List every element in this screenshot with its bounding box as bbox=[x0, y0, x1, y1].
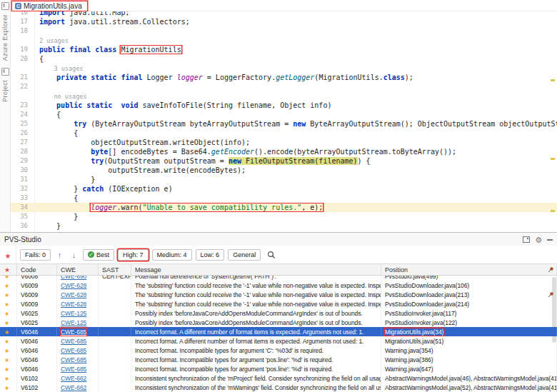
general-filter-button[interactable]: General bbox=[228, 249, 261, 261]
azure-tool-icon[interactable] bbox=[1, 2, 9, 10]
line-number[interactable]: 20 bbox=[11, 54, 35, 64]
best-filter-button[interactable]: Best bbox=[83, 249, 114, 261]
row-cwe-link[interactable]: CWE-125 bbox=[61, 310, 86, 317]
favorite-star-icon[interactable] bbox=[4, 310, 9, 317]
code-line[interactable]: 30 outputStream.write(encodeBytes); bbox=[11, 166, 557, 175]
favorite-star-icon[interactable] bbox=[4, 384, 9, 391]
row-cwe-link[interactable]: CWE-685 bbox=[61, 356, 86, 363]
line-number[interactable]: 33 bbox=[11, 194, 35, 203]
stripe-item-azure-explorer[interactable]: Azure Explorer bbox=[1, 14, 9, 64]
table-row[interactable]: V6102 CWE-662 Inconsistent synchronizati… bbox=[0, 383, 557, 392]
line-number[interactable]: 25 bbox=[11, 119, 35, 129]
table-row[interactable]: V6046 CWE-685 Incorrect format. A differ… bbox=[0, 327, 557, 336]
column-header-position[interactable]: Position bbox=[381, 264, 557, 275]
table-row[interactable]: V6009 CWE-628 The 'substring' function c… bbox=[0, 299, 557, 308]
code-line[interactable]: 27 objectOutputStream.writeObject(info); bbox=[11, 138, 557, 147]
table-row[interactable]: V6009 CWE-628 The 'substring' function c… bbox=[0, 281, 557, 290]
line-number[interactable]: 24 bbox=[11, 110, 35, 119]
favorite-star-icon[interactable] bbox=[4, 366, 9, 373]
code-line[interactable]: 35 } bbox=[11, 212, 557, 221]
code-line[interactable]: 31 } bbox=[11, 175, 557, 184]
code-line[interactable]: 20 { bbox=[11, 54, 557, 64]
fails-filter-button[interactable]: Fails: 0 bbox=[20, 249, 51, 261]
search-icon[interactable] bbox=[267, 251, 276, 259]
column-header-message[interactable]: Message bbox=[131, 264, 381, 275]
stripe-item-project[interactable]: Project bbox=[1, 80, 9, 105]
line-number[interactable]: 29 bbox=[11, 156, 35, 166]
row-cwe-link[interactable]: CWE-628 bbox=[61, 282, 86, 289]
row-cwe-link[interactable]: CWE-685 bbox=[61, 338, 86, 345]
code-line[interactable]: 33 { bbox=[11, 194, 557, 203]
favorite-star-icon[interactable] bbox=[4, 319, 9, 326]
line-number[interactable] bbox=[11, 91, 35, 101]
line-number[interactable]: 19 bbox=[11, 45, 35, 54]
star-column-header-icon[interactable] bbox=[4, 266, 10, 273]
high-filter-button[interactable]: High: 7 bbox=[118, 249, 149, 261]
error-stripe-mark[interactable] bbox=[551, 158, 555, 160]
code-editor[interactable]: 16 import java.util.Map; 17 import java.… bbox=[11, 11, 557, 232]
favorite-star-icon[interactable] bbox=[4, 328, 9, 336]
favorite-star-icon[interactable] bbox=[4, 301, 9, 308]
table-row[interactable]: V6025 CWE-125 Possibly index 'beforeJava… bbox=[0, 308, 557, 318]
error-stripe-mark[interactable] bbox=[551, 210, 555, 212]
row-pin-icon[interactable] bbox=[548, 291, 554, 299]
code-line[interactable]: 22 bbox=[11, 82, 557, 91]
line-number[interactable]: 16 bbox=[11, 11, 35, 17]
table-row[interactable]: V6046 CWE-685 Incorrect format. Incompat… bbox=[0, 355, 557, 364]
project-tool-icon[interactable] bbox=[1, 68, 9, 76]
code-line[interactable]: 36 } bbox=[11, 221, 557, 231]
line-number[interactable]: 26 bbox=[11, 129, 35, 138]
code-line[interactable]: 21 private static final Logger logger = … bbox=[11, 73, 557, 82]
code-line[interactable]: 29 try(OutputStream outputStream = new F… bbox=[11, 156, 557, 166]
row-cwe-link[interactable]: CWE-685 bbox=[61, 328, 86, 336]
row-cwe-link[interactable]: CWE-628 bbox=[61, 291, 86, 298]
line-number[interactable]: 34 bbox=[11, 203, 35, 212]
table-row[interactable]: V6102 CWE-662 Inconsistent synchronizati… bbox=[0, 373, 557, 383]
code-line[interactable]: no usages bbox=[11, 91, 557, 101]
line-number[interactable]: 17 bbox=[11, 17, 35, 26]
line-number[interactable] bbox=[11, 36, 35, 45]
table-row[interactable]: V6046 CWE-685 Incorrect format. Incompat… bbox=[0, 364, 557, 373]
line-number[interactable]: 35 bbox=[11, 212, 35, 221]
column-header-cwe[interactable]: CWE bbox=[57, 264, 99, 275]
code-line[interactable]: 2 usages bbox=[11, 36, 557, 45]
line-number[interactable]: 36 bbox=[11, 221, 35, 231]
line-number[interactable]: 31 bbox=[11, 175, 35, 184]
code-line[interactable]: 24 { bbox=[11, 110, 557, 119]
settings-gear-icon[interactable] bbox=[535, 233, 542, 246]
code-line[interactable]: 28 byte[] encodeBytes = Base64.getEncode… bbox=[11, 147, 557, 156]
table-row[interactable]: V6025 CWE-125 Possibly index 'beforeJava… bbox=[0, 318, 557, 327]
favorite-star-icon[interactable] bbox=[4, 356, 9, 363]
float-window-icon[interactable] bbox=[523, 236, 530, 243]
line-number[interactable]: 18 bbox=[11, 26, 35, 36]
line-number[interactable] bbox=[11, 64, 35, 73]
medium-filter-button[interactable]: Medium: 4 bbox=[152, 249, 192, 261]
favorite-star-icon[interactable] bbox=[4, 282, 9, 289]
row-cwe-link[interactable]: CWE-125 bbox=[61, 319, 86, 326]
code-line[interactable]: 3 usages bbox=[11, 64, 557, 73]
row-cwe-link[interactable]: CWE-662 bbox=[61, 375, 86, 382]
column-header-sast[interactable]: SAST bbox=[99, 264, 131, 275]
code-line[interactable]: 19 public final class MigrationUtils bbox=[11, 45, 557, 54]
tab-migrationutils-java[interactable]: C MigrationUtils.java bbox=[12, 1, 87, 11]
code-line[interactable]: 16 import java.util.Map; bbox=[11, 11, 557, 17]
line-number[interactable]: 22 bbox=[11, 82, 35, 91]
line-number[interactable]: 27 bbox=[11, 138, 35, 147]
row-cwe-link[interactable]: CWE-662 bbox=[61, 384, 86, 391]
code-line[interactable]: 32 } catch (IOException e) bbox=[11, 184, 557, 194]
table-row[interactable]: V6009 CWE-628 The 'substring' function c… bbox=[0, 290, 557, 299]
previous-warning-button[interactable] bbox=[54, 249, 65, 260]
line-number[interactable]: 21 bbox=[11, 73, 35, 82]
line-number[interactable]: 30 bbox=[11, 166, 35, 175]
row-cwe-link[interactable]: CWE-685 bbox=[61, 366, 86, 373]
pin-column-icon[interactable] bbox=[548, 266, 554, 274]
favorite-star-icon[interactable] bbox=[4, 338, 9, 345]
code-line[interactable]: 23 public static void saveInfoToFile(Str… bbox=[11, 101, 557, 110]
next-warning-button[interactable] bbox=[69, 249, 79, 260]
low-filter-button[interactable]: Low: 6 bbox=[196, 249, 225, 261]
hide-panel-icon[interactable] bbox=[547, 239, 553, 241]
row-cwe-link[interactable]: CWE-685 bbox=[61, 347, 86, 354]
code-line[interactable]: 26 { bbox=[11, 129, 557, 138]
code-line[interactable]: 18 bbox=[11, 26, 557, 36]
favorite-star-icon[interactable] bbox=[4, 347, 9, 354]
